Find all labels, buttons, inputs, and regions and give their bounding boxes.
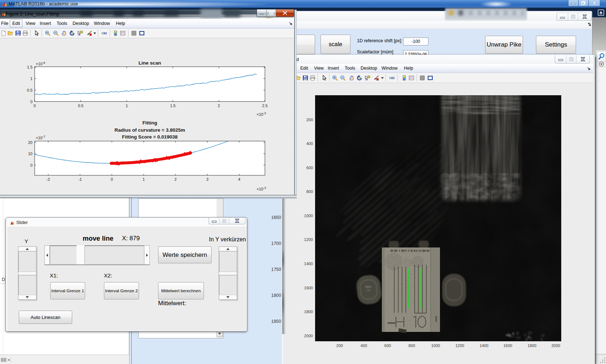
svg-text:20: 20	[28, 140, 32, 145]
svg-text:2: 2	[218, 104, 220, 108]
svg-text:Fitting Score = 0.019038: Fitting Score = 0.019038	[122, 134, 178, 140]
svg-text:×10-3: ×10-3	[257, 186, 266, 191]
svg-text:1: 1	[143, 177, 145, 181]
svg-text:4: 4	[238, 177, 240, 181]
svg-text:×10-6: ×10-6	[36, 61, 45, 66]
svg-text:2: 2	[174, 177, 176, 181]
svg-text:0: 0	[111, 177, 113, 181]
svg-text:1: 1	[30, 76, 32, 81]
svg-text:2.5: 2.5	[262, 104, 267, 108]
svg-text:-2: -2	[47, 177, 50, 181]
svg-text:1: 1	[126, 104, 128, 108]
svg-text:0.5: 0.5	[78, 104, 83, 108]
svg-text:Fitting: Fitting	[142, 120, 157, 126]
svg-text:0: 0	[30, 163, 32, 167]
svg-text:3: 3	[206, 177, 208, 181]
svg-text:0: 0	[30, 100, 32, 104]
svg-text:0.5: 0.5	[27, 88, 32, 92]
svg-text:1.5: 1.5	[27, 65, 32, 69]
svg-text:10: 10	[28, 152, 32, 156]
svg-text:Radius of curvature = 3.8025m: Radius of curvature = 3.8025m	[114, 127, 185, 133]
svg-text:×10-3: ×10-3	[257, 111, 266, 117]
svg-text:0: 0	[34, 104, 36, 108]
svg-text:Line scan: Line scan	[139, 60, 161, 66]
svg-text:-1: -1	[78, 177, 82, 181]
svg-text:×10-7: ×10-7	[36, 135, 45, 140]
svg-text:1.5: 1.5	[170, 104, 175, 108]
